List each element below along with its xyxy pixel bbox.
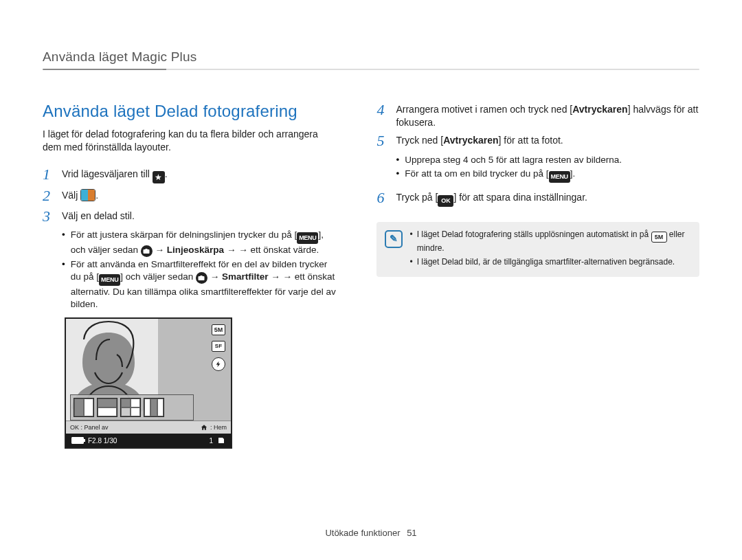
battery-icon (71, 437, 84, 444)
list-item: För att ta om en bild trycker du på [MEN… (396, 168, 699, 183)
step-2: 2 Välj . (43, 188, 338, 204)
camera-lcd-illustration: 5M SF OK : Panel av (65, 317, 232, 449)
layout-option-icon (74, 398, 94, 417)
step-4: 4 Arrangera motivet i ramen och tryck ne… (376, 102, 699, 129)
list-item: Upprepa steg 4 och 5 för att lagra reste… (396, 154, 699, 166)
list-item: För att justera skärpan för delningslinj… (62, 229, 338, 257)
lcd-label-bar: OK : Panel av : Hem (66, 421, 231, 434)
layout-option-icon (144, 398, 164, 417)
step-5-bullets: Upprepa steg 4 och 5 för att lagra reste… (376, 154, 699, 183)
resolution-5m-icon: 5M (651, 232, 667, 243)
step-1: 1 Vrid lägesväljaren till ★. (43, 166, 338, 183)
step-6: 6 Tryck på [OK] för att spara dina instä… (376, 190, 699, 207)
step-1-text: Vrid lägesväljaren till (62, 168, 153, 179)
page-footer: Utökade funktioner 51 (0, 527, 742, 539)
footer-section: Utökade funktioner (325, 528, 400, 538)
layout-option-icon (120, 398, 141, 417)
list-item: För att använda en Smartfiltereffekt för… (62, 258, 338, 311)
layout-option-icon (97, 398, 117, 417)
section-title: Använda läget Delad fotografering (43, 100, 338, 122)
camera-icon (141, 245, 153, 257)
breadcrumb: Använda läget Magic Plus (43, 48, 699, 76)
step-2-pre: Välj (62, 190, 80, 201)
note-icon: ✎ (385, 230, 403, 248)
step-number: 2 (43, 188, 62, 204)
step-number: 1 (43, 166, 62, 183)
lcd-status-bar: F2.8 1/30 1 (66, 434, 231, 447)
home-icon (201, 424, 207, 431)
step-number: 6 (376, 190, 396, 206)
ok-button-icon: OK (438, 195, 453, 207)
lcd-home-hint: : Hem (210, 423, 227, 432)
lcd-exposure: F2.8 1/30 (88, 436, 117, 446)
smartfilter-icon: SF (212, 341, 225, 352)
menu-button-icon: MENU (297, 232, 318, 244)
mode-dial-icon: ★ (153, 171, 165, 183)
camera-icon (196, 272, 207, 284)
breadcrumb-text: Använda läget Magic Plus (43, 49, 197, 64)
menu-button-icon: MENU (99, 274, 120, 286)
step-3-text: Välj en delad stil. (62, 210, 135, 221)
menu-button-icon: MENU (549, 171, 570, 183)
lcd-ok-hint: OK : Panel av (70, 423, 109, 432)
step-5: 5 Tryck ned [Avtryckaren] för att ta fot… (376, 133, 699, 149)
flash-mode-icon (212, 357, 225, 371)
step-number: 4 (376, 102, 396, 118)
list-item: I läget Delad fotografering ställs upplö… (409, 229, 691, 254)
intro-text: I läget för delad fotografering kan du t… (43, 128, 338, 154)
sd-card-icon (217, 437, 225, 444)
step-3-bullets: För att justera skärpan för delningslinj… (43, 229, 338, 311)
info-box: ✎ I läget Delad fotografering ställs upp… (376, 222, 699, 277)
layout-template-strip (70, 394, 194, 421)
breadcrumb-underline (43, 69, 699, 70)
list-item: I läget Delad bild, är de tillgängliga s… (409, 256, 691, 267)
step-number: 3 (43, 208, 62, 225)
page-number: 51 (407, 528, 416, 538)
split-shot-mode-icon (80, 189, 95, 201)
step-number: 5 (376, 133, 396, 149)
resolution-icon: 5M (212, 324, 225, 335)
step-2-post: . (95, 190, 98, 201)
step-3: 3 Välj en delad stil. (43, 208, 338, 225)
lcd-count: 1 (209, 436, 213, 446)
